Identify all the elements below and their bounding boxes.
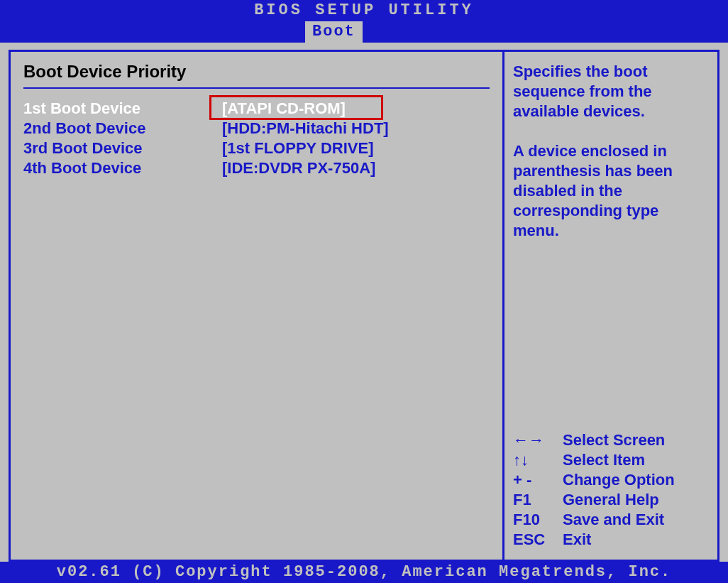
nav-action: General Help [563, 490, 709, 510]
boot-device-row[interactable]: 1st Boot Device [ATAPI CD-ROM] [23, 99, 490, 119]
nav-row: F1 General Help [513, 490, 709, 510]
nav-key-esc: ESC [513, 530, 563, 550]
menu-tab-bar: Boot [0, 21, 728, 43]
boot-device-row[interactable]: 2nd Boot Device [HDD:PM-Hitachi HDT] [23, 119, 490, 138]
nav-action: Change Option [563, 470, 709, 490]
boot-device-label: 4th Boot Device [23, 158, 222, 178]
help-paragraph: Specifies the boot sequence from the ava… [513, 62, 709, 121]
nav-key-leftright: ←→ [513, 430, 563, 450]
boot-device-value: [HDD:PM-Hitachi HDT] [222, 119, 490, 138]
boot-device-label: 3rd Boot Device [23, 138, 222, 158]
panels: Boot Device Priority 1st Boot Device [AT… [9, 50, 719, 562]
bios-title: BIOS SETUP UTILITY [254, 1, 474, 19]
nav-row: F10 Save and Exit [513, 510, 709, 530]
boot-device-row[interactable]: 4th Boot Device [IDE:DVDR PX-750A] [23, 158, 490, 178]
help-paragraph: A device enclosed in parenthesis has bee… [513, 141, 709, 241]
nav-row: ←→ Select Screen [513, 430, 709, 450]
section-divider [23, 87, 490, 89]
tab-boot[interactable]: Boot [305, 21, 363, 43]
boot-device-row[interactable]: 3rd Boot Device [1st FLOPPY DRIVE] [23, 138, 490, 158]
boot-device-label: 1st Boot Device [23, 99, 222, 119]
nav-row: ESC Exit [513, 530, 709, 550]
nav-row: + - Change Option [513, 470, 709, 490]
help-text: Specifies the boot sequence from the ava… [513, 62, 709, 261]
nav-action: Select Screen [563, 430, 709, 450]
footer-bar: v02.61 (C) Copyright 1985-2008, American… [0, 562, 728, 583]
boot-device-value: [1st FLOPPY DRIVE] [222, 138, 490, 158]
nav-keys: ←→ Select Screen ↑↓ Select Item + - Chan… [513, 430, 709, 550]
section-title: Boot Device Priority [23, 62, 490, 82]
nav-action: Exit [563, 530, 709, 550]
tab-boot-label: Boot [312, 23, 355, 40]
footer-text: v02.61 (C) Copyright 1985-2008, American… [57, 563, 672, 581]
boot-device-value: [ATAPI CD-ROM] [222, 99, 490, 119]
nav-key-updown: ↑↓ [513, 450, 563, 470]
nav-key-plusminus: + - [513, 470, 563, 490]
nav-key-f1: F1 [513, 490, 563, 510]
bios-title-bar: BIOS SETUP UTILITY [0, 0, 728, 21]
nav-action: Select Item [563, 450, 709, 470]
nav-row: ↑↓ Select Item [513, 450, 709, 470]
left-panel: Boot Device Priority 1st Boot Device [AT… [11, 52, 504, 560]
boot-device-label: 2nd Boot Device [23, 119, 222, 138]
right-panel: Specifies the boot sequence from the ava… [504, 52, 717, 560]
boot-device-value: [IDE:DVDR PX-750A] [222, 158, 490, 178]
nav-action: Save and Exit [563, 510, 709, 530]
nav-key-f10: F10 [513, 510, 563, 530]
main-area: Boot Device Priority 1st Boot Device [AT… [0, 43, 728, 562]
